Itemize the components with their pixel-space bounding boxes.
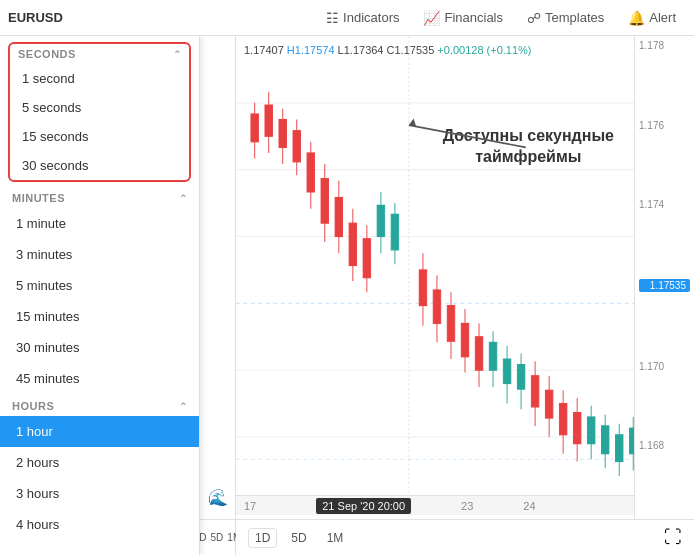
current-price-tag: 1.17535	[639, 279, 690, 292]
price-1: 1.178	[639, 40, 690, 51]
timeframe-45m[interactable]: 45 minutes	[0, 363, 199, 394]
btn-1m[interactable]: 1M	[321, 529, 350, 547]
symbol-label: EURUSD	[8, 10, 63, 25]
btn-5d[interactable]: 5D	[211, 532, 224, 543]
date-23: 23	[461, 500, 473, 512]
date-24: 24	[523, 500, 535, 512]
templates-icon: ☍	[527, 10, 541, 26]
seconds-section: SECONDS ⌃ 1 second 5 seconds 15 seconds …	[8, 42, 191, 182]
tab-financials[interactable]: 📈 Financials	[413, 6, 513, 30]
timeframe-5m[interactable]: 5 minutes	[0, 270, 199, 301]
bottom-toolbar: 1D 5D 1M ⛶	[236, 519, 694, 555]
main-area: SECONDS ⌃ 1 second 5 seconds 15 seconds …	[0, 36, 694, 555]
price-info-bar: 1.17407 H1.17574 L1.17364 C1.17535 +0.00…	[244, 44, 532, 56]
svg-rect-39	[461, 323, 468, 356]
tab-alert[interactable]: 🔔 Alert	[618, 6, 686, 30]
date-bar: 17 21 Sep '20 20:00 23 24	[236, 495, 694, 515]
svg-rect-61	[615, 435, 622, 462]
svg-rect-17	[293, 131, 300, 162]
financials-icon: 📈	[423, 10, 440, 26]
left-sidebar: 🌊 1D 5D 1M	[200, 36, 236, 555]
chart-area: 1.17407 H1.17574 L1.17364 C1.17535 +0.00…	[236, 36, 694, 555]
svg-rect-51	[545, 390, 552, 418]
svg-rect-19	[307, 153, 314, 192]
timeframe-15s[interactable]: 15 seconds	[10, 122, 189, 151]
chart-svg	[236, 36, 694, 515]
svg-line-8	[409, 125, 526, 147]
svg-rect-33	[419, 270, 426, 306]
hours-header: HOURS ⌃	[0, 394, 199, 416]
timeframe-5s[interactable]: 5 seconds	[10, 93, 189, 122]
svg-rect-15	[279, 120, 286, 148]
timeframe-2h[interactable]: 2 hours	[0, 447, 199, 478]
svg-rect-25	[349, 223, 356, 265]
seconds-header: SECONDS ⌃	[10, 44, 189, 64]
timeframe-3m[interactable]: 3 minutes	[0, 239, 199, 270]
timeframe-4h[interactable]: 4 hours	[0, 509, 199, 540]
fullscreen-icon[interactable]: ⛶	[664, 527, 682, 548]
price-4: 1.170	[639, 361, 690, 372]
price-3: 1.174	[639, 199, 690, 210]
wave-icon[interactable]: 🌊	[204, 483, 232, 511]
hours-section: HOURS ⌃ 1 hour 2 hours 3 hours 4 hours	[0, 394, 199, 540]
price-5: 1.168	[639, 440, 690, 451]
price-2: 1.176	[639, 120, 690, 131]
svg-rect-23	[335, 198, 342, 237]
svg-rect-49	[531, 376, 538, 407]
alert-icon: 🔔	[628, 10, 645, 26]
svg-rect-43	[489, 342, 496, 370]
timeframe-dropdown: SECONDS ⌃ 1 second 5 seconds 15 seconds …	[0, 36, 200, 555]
timeframe-15m[interactable]: 15 minutes	[0, 301, 199, 332]
tab-templates[interactable]: ☍ Templates	[517, 6, 614, 30]
date-21sep: 21 Sep '20 20:00	[316, 498, 411, 514]
indicators-icon: ☷	[326, 10, 339, 26]
svg-rect-13	[265, 105, 272, 136]
tab-indicators[interactable]: ☷ Indicators	[316, 6, 409, 30]
y-axis: 1.178 1.176 1.174 1.17535 1.170 1.168 1.…	[634, 36, 694, 535]
candlestick-chart	[236, 36, 694, 515]
svg-rect-31	[391, 214, 398, 250]
svg-rect-55	[573, 413, 580, 444]
timeframe-1m[interactable]: 1 minute	[0, 208, 199, 239]
top-nav: EURUSD ☷ Indicators 📈 Financials ☍ Templ…	[0, 0, 694, 36]
svg-rect-27	[363, 239, 370, 278]
svg-rect-53	[559, 404, 566, 435]
svg-rect-47	[517, 365, 524, 390]
svg-rect-41	[475, 337, 482, 370]
svg-rect-11	[251, 114, 258, 142]
date-17: 17	[244, 500, 256, 512]
hours-chevron-icon: ⌃	[179, 401, 188, 412]
svg-rect-35	[433, 290, 440, 323]
svg-rect-59	[601, 426, 608, 454]
minutes-header: MINUTES ⌃	[0, 186, 199, 208]
nav-tabs: ☷ Indicators 📈 Financials ☍ Templates 🔔 …	[316, 6, 686, 30]
timeframe-1s[interactable]: 1 second	[10, 64, 189, 93]
svg-rect-37	[447, 306, 454, 342]
svg-rect-21	[321, 179, 328, 224]
timeframe-30m[interactable]: 30 minutes	[0, 332, 199, 363]
minutes-section: MINUTES ⌃ 1 minute 3 minutes 5 minutes 1…	[0, 186, 199, 394]
btn-1d[interactable]: 1D	[248, 528, 277, 548]
timeframe-30s[interactable]: 30 seconds	[10, 151, 189, 180]
svg-rect-29	[377, 205, 384, 236]
btn-5d[interactable]: 5D	[285, 529, 312, 547]
minutes-chevron-icon: ⌃	[179, 193, 188, 204]
timeframe-1h[interactable]: 1 hour	[0, 416, 199, 447]
seconds-chevron-icon: ⌃	[173, 49, 182, 60]
timeframe-3h[interactable]: 3 hours	[0, 478, 199, 509]
svg-rect-57	[587, 417, 594, 444]
svg-rect-45	[503, 359, 510, 384]
